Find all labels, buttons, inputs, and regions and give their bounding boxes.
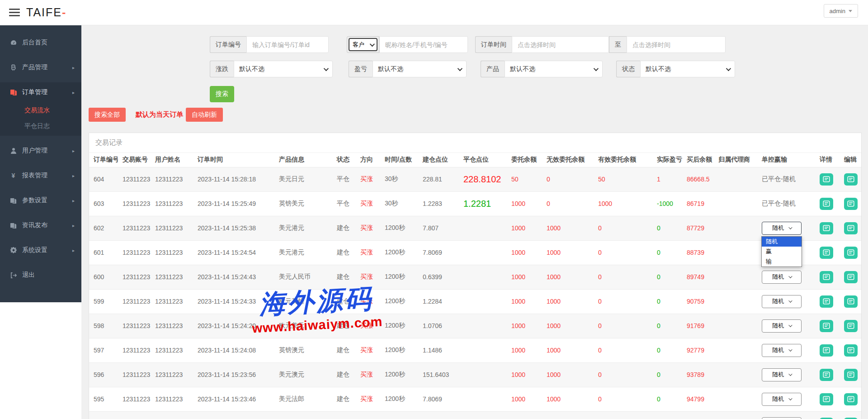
cell-order-time: 2023-11-14 15:24:33 [193, 289, 274, 314]
column-header: 实际盈亏 [652, 153, 682, 167]
detail-button[interactable] [820, 344, 833, 357]
sidebar-item-products[interactable]: 产品管理 ▸ [0, 57, 81, 77]
menu-toggle-icon[interactable] [9, 9, 20, 17]
detail-button[interactable] [820, 393, 833, 405]
list-card-icon [847, 347, 854, 353]
detail-button[interactable] [820, 222, 833, 234]
control-select[interactable]: 随机随机赢输 [762, 222, 802, 235]
customer-search-input[interactable] [379, 36, 468, 53]
column-header: 编辑 [840, 153, 861, 167]
detail-button[interactable] [820, 247, 833, 259]
user-menu[interactable]: admin [824, 4, 858, 18]
cell-account: 12311223 [118, 289, 151, 314]
list-card-icon [847, 200, 854, 207]
edit-button[interactable] [844, 271, 858, 283]
table-row: 60112311223123112232023-11-14 15:24:54美元… [89, 240, 861, 265]
cell-edit-button [840, 387, 861, 411]
edit-button[interactable] [844, 320, 858, 332]
search-all-button[interactable]: 搜索全部 [89, 108, 126, 122]
edit-button[interactable] [844, 173, 858, 186]
control-option[interactable]: 赢 [762, 247, 802, 257]
chevron-down-icon [324, 66, 329, 71]
cell-duration: 30秒 [380, 191, 418, 216]
detail-button[interactable] [820, 295, 833, 308]
list-card-icon [847, 225, 854, 231]
edit-button[interactable] [844, 393, 858, 405]
cell-invalid-entrust: 1000 [542, 411, 594, 419]
cell-account: 12311223 [118, 338, 151, 362]
cell-close-point: 1.2281 [459, 191, 507, 216]
detail-button[interactable] [820, 173, 833, 186]
search-button[interactable]: 搜索 [210, 86, 234, 102]
filter-product: 产品 默认不选 [481, 61, 603, 77]
edit-button[interactable] [844, 222, 858, 234]
cell-direction: 买涨 [356, 338, 380, 362]
bitcoin-icon [9, 64, 17, 71]
sidebar-item-params[interactable]: 参数设置 ▸ [0, 190, 81, 210]
detail-button[interactable] [820, 369, 833, 381]
control-select[interactable]: 随机 [762, 368, 802, 381]
sidebar-item-news[interactable]: 资讯发布 ▸ [0, 215, 81, 235]
order-no-input[interactable] [246, 36, 329, 53]
edit-button[interactable] [844, 344, 858, 357]
edit-button[interactable] [844, 198, 858, 210]
sidebar-item-trade-flow[interactable]: 交易流水 [0, 102, 81, 118]
edit-button[interactable] [844, 295, 858, 308]
cell-open-point: 7.8069 [418, 387, 459, 411]
status-select[interactable]: 默认不选 [640, 61, 735, 77]
filter-customer: 客户 [347, 36, 468, 53]
cell-agent [714, 167, 757, 191]
list-card-icon [823, 274, 830, 280]
auto-refresh-button[interactable]: 自动刷新 [186, 108, 223, 122]
control-option[interactable]: 输 [762, 257, 802, 267]
sidebar-item-dashboard[interactable]: 后台首页 [0, 33, 81, 52]
control-option[interactable]: 随机 [762, 237, 802, 247]
cell-control: 随机 [757, 387, 815, 411]
cell-open-point: 7.8069 [418, 240, 459, 265]
cell-product: 美元人民币 [274, 265, 332, 289]
control-select[interactable]: 随机 [762, 417, 802, 419]
sidebar-item-users[interactable]: 用户管理 ▸ [0, 141, 81, 161]
cell-detail-button [815, 411, 840, 419]
panel-title: 交易记录 [89, 133, 861, 153]
time-start-input[interactable] [512, 36, 609, 53]
cell-direction: 买涨 [356, 240, 380, 265]
list-card-icon [823, 396, 830, 402]
edit-button[interactable] [844, 247, 858, 259]
time-end-input[interactable] [627, 36, 726, 53]
cell-order-time: 2023-11-14 15:23:56 [193, 362, 274, 387]
list-card-icon [823, 200, 830, 207]
column-header: 无效委托余额 [542, 153, 594, 167]
control-select[interactable]: 随机 [762, 393, 802, 406]
cell-entrust-balance: 1000 [507, 411, 542, 419]
product-select[interactable]: 默认不选 [505, 61, 603, 77]
zhangdie-select[interactable]: 默认不选 [234, 61, 333, 77]
cell-detail-button [815, 289, 840, 314]
cell-after-balance: 88739 [682, 240, 714, 265]
detail-button[interactable] [820, 198, 833, 210]
chevron-down-icon [726, 66, 731, 71]
detail-button[interactable] [820, 320, 833, 332]
sidebar-item-orders[interactable]: 订单管理 ▸ [0, 82, 81, 102]
control-select[interactable]: 随机 [762, 271, 802, 284]
cell-status: 建仓 [332, 216, 356, 240]
sidebar-item-system[interactable]: 系统设置 ▸ [0, 240, 81, 260]
sidebar-item-reports[interactable]: ¥ 报表管理 ▸ [0, 166, 81, 186]
cell-order-time: 2023-11-14 15:24:08 [193, 338, 274, 362]
cell-order-time: 2023-11-14 15:25:38 [193, 216, 274, 240]
cell-product: 欧元英镑 [274, 289, 332, 314]
filter-order-time: 订单时间 至 [475, 36, 726, 53]
cell-account: 12311223 [118, 314, 151, 338]
sidebar-item-logout[interactable]: 退出 [0, 265, 81, 285]
edit-button[interactable] [844, 369, 858, 381]
control-select[interactable]: 随机 [762, 344, 802, 357]
customer-type-select[interactable]: 客户 [349, 38, 377, 51]
list-card-icon [847, 298, 854, 305]
yingkui-select[interactable]: 默认不选 [373, 61, 467, 77]
sidebar-item-close-log[interactable]: 平仓日志 [0, 118, 81, 134]
cell-direction: 买涨 [356, 191, 380, 216]
customer-type-wrap: 客户 [347, 36, 379, 53]
detail-button[interactable] [820, 271, 833, 283]
control-select[interactable]: 随机 [762, 295, 802, 308]
control-select[interactable]: 随机 [762, 319, 802, 333]
